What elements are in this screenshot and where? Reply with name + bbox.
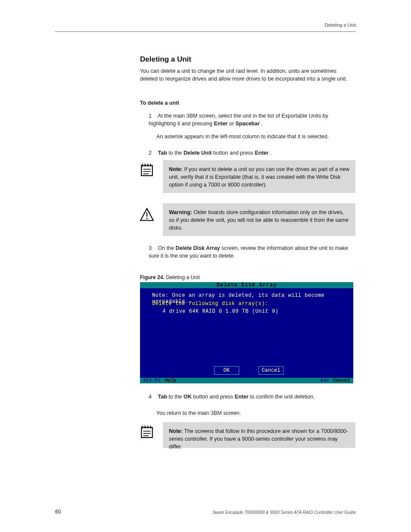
warn-text: Older boards store configuration informa… (169, 209, 349, 231)
svg-point-10 (146, 218, 147, 219)
step-4-key-tab: Tab (158, 394, 167, 400)
note-callout-1: Note: If you want to delete a unit so yo… (163, 160, 355, 193)
header-rule (55, 31, 356, 32)
to-delete-heading: To delete a unit (140, 99, 355, 107)
bios-dialog: Delete Disk Array Note: Once an array is… (140, 282, 353, 383)
note-callout-2: Note: The screens that follow in this pr… (163, 422, 355, 448)
step-2-num: 2 (149, 149, 156, 157)
warning-callout: Warning: Older boards store configuratio… (163, 203, 355, 236)
figure-label: Figure 24. (140, 274, 165, 280)
header-right: Deleting a Unit (325, 22, 356, 28)
step-3: 3 On the Delete Disk Array screen, revie… (149, 244, 355, 260)
step-1-post: . (261, 121, 262, 127)
step-1-key-space: Spacebar (236, 121, 260, 127)
step-1-key-enter: Enter (214, 121, 228, 127)
step-4-mid3: to confirm the unit deletion. (250, 394, 314, 400)
step-2-key-tab: Tab (158, 150, 167, 156)
bios-title: Delete Disk Array (140, 282, 353, 288)
intro-para: You can delete a unit to change the unit… (140, 67, 355, 83)
step-4: 4 Tab to the OK button and press Enter t… (149, 393, 355, 401)
step-2: 2 Tab to the Delete Unit button and pres… (149, 149, 355, 157)
bios-footer-cancel: Cancel (333, 378, 350, 383)
bios-prompt: Delete the following disk array(s): (152, 301, 268, 307)
step-3-window: Delete Disk Array (175, 245, 220, 251)
note-icon-2 (140, 425, 155, 440)
footer-text: 3ware Escalade 7000/8000 & 9000 Series A… (212, 510, 356, 515)
section-title: Deleting a Unit (140, 55, 355, 64)
bios-footer-help: Help (165, 378, 176, 383)
step-4-mid2: button and press (193, 394, 235, 400)
bios-cancel-button[interactable]: Cancel (258, 366, 283, 375)
step-3-pre: On the (158, 245, 175, 251)
bios-footer: Alt-F1 Help Esc Cancel (140, 378, 353, 383)
note2-label: Note: (169, 428, 183, 434)
note-icon (140, 163, 155, 178)
note1-label: Note: (169, 166, 183, 172)
step-2-mid2: button and press (213, 150, 255, 156)
bios-footer-esc: Esc (321, 378, 329, 383)
note2-text: The screens that follow in this procedur… (169, 428, 348, 450)
step-4-key-enter: Enter (235, 394, 249, 400)
step-2-mid1: to the (168, 150, 184, 156)
figure-text: Deleting a Unit (166, 274, 200, 280)
step-1-num: 1 (149, 112, 156, 120)
step-2-key-enter: Enter (255, 150, 268, 156)
step-4-btn: OK (184, 394, 192, 400)
page-number: 60 (55, 509, 61, 515)
step-2-btn: Delete Unit (184, 150, 212, 156)
step-4-mid1: to the (168, 394, 184, 400)
bios-ok-button[interactable]: OK (214, 366, 239, 375)
step-4-after: You return to the main 3BM screen. (156, 409, 355, 417)
bios-footer-key: Alt-F1 (143, 378, 161, 383)
step-1: 1 At the main 3BM screen, select the uni… (149, 112, 355, 128)
note1-text: If you want to delete a unit so you can … (169, 166, 349, 188)
bios-entry: 4 drive 64K RAID 0 1.09 TB (Unit 0) (162, 308, 279, 314)
step-3-num: 3 (149, 244, 156, 252)
step-1-after: An asterisk appears in the left-most col… (156, 133, 355, 140)
step-4-num: 4 (149, 393, 156, 401)
warn-label: Warning: (169, 209, 192, 215)
step-2-post: . (270, 150, 271, 156)
step-1-mid: or (229, 121, 236, 127)
warning-icon (140, 208, 155, 223)
figure-caption: Figure 24. Deleting a Unit (140, 274, 200, 280)
